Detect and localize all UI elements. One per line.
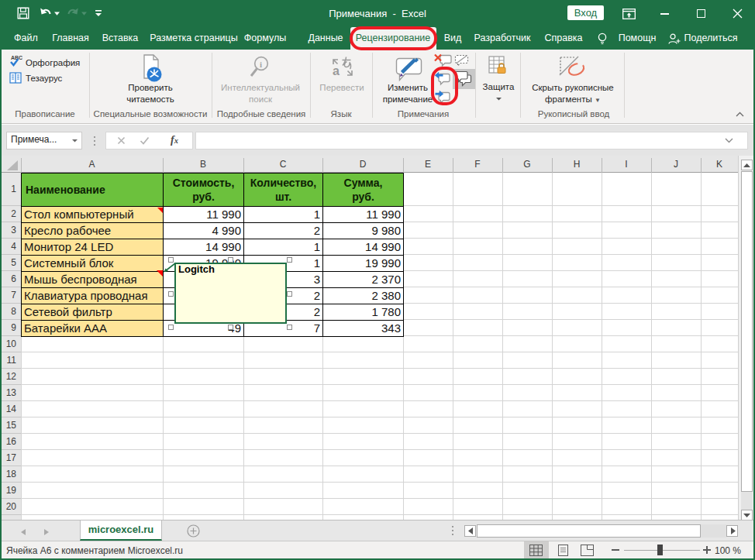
svg-text:a: a xyxy=(333,64,340,77)
svg-text:i: i xyxy=(260,60,262,69)
